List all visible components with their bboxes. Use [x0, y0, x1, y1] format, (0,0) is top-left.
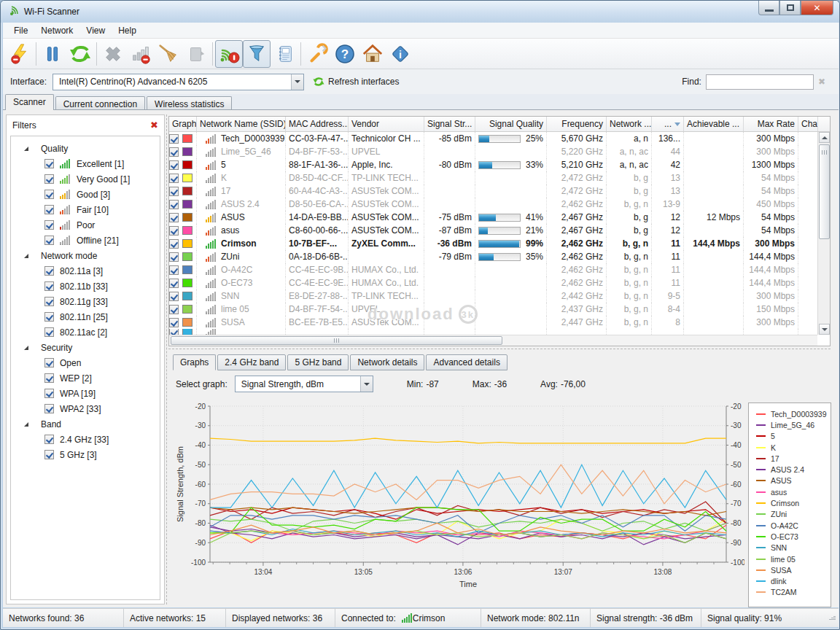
filter-item[interactable]: 802.11ac [2]	[11, 324, 160, 340]
checkbox[interactable]	[44, 220, 54, 230]
vertical-splitter[interactable]	[166, 114, 167, 604]
resize-grip[interactable]	[829, 616, 836, 620]
legend-item[interactable]: K	[756, 442, 831, 453]
menu-view[interactable]: View	[79, 23, 112, 38]
filter-item[interactable]: 5 GHz [3]	[11, 447, 160, 462]
column-header[interactable]: ...	[652, 117, 684, 131]
filter-item[interactable]: WEP [2]	[11, 370, 160, 386]
settings-button[interactable]	[303, 40, 331, 68]
help-button[interactable]: ?	[331, 40, 359, 68]
home-button[interactable]	[359, 40, 386, 68]
table-row[interactable]: 1760-A4-4C-A3-...ASUSTek COM...2,472 GHz…	[169, 184, 830, 198]
tab-5ghz-band[interactable]: 5 GHz band	[287, 354, 349, 370]
minimize-button[interactable]	[758, 1, 779, 15]
clear-button[interactable]	[155, 40, 182, 68]
filter-item[interactable]: 802.11g [33]	[11, 294, 160, 309]
filter-item[interactable]: WPA2 [33]	[11, 401, 160, 416]
checkbox[interactable]	[44, 312, 54, 322]
legend-item[interactable]: TC2AM	[756, 587, 831, 598]
legend-item[interactable]: Crimson	[756, 497, 831, 508]
checkbox[interactable]	[44, 435, 54, 444]
filter-item[interactable]: Excellent [1]	[11, 156, 160, 171]
table-row[interactable]: asusC8-60-00-66-...ASUSTek COM...-87 dBm…	[169, 224, 830, 237]
checkbox[interactable]	[44, 373, 54, 383]
checkbox[interactable]	[169, 147, 179, 157]
checkbox[interactable]	[44, 389, 54, 398]
column-header[interactable]: Graph	[169, 117, 197, 131]
clear-find-icon[interactable]: ✖	[818, 77, 825, 87]
filter-item[interactable]: WPA [19]	[11, 386, 160, 401]
checkbox[interactable]	[44, 205, 54, 214]
rescan-button[interactable]	[66, 40, 94, 68]
table-row[interactable]: O-A42CCC-4E-EC-9B...HUMAX Co., Ltd.2,462…	[169, 263, 830, 276]
expander-icon[interactable]	[24, 147, 28, 151]
column-header[interactable]: Signal Quality	[475, 117, 547, 131]
checkbox[interactable]	[44, 450, 54, 459]
tab-advanced-details[interactable]: Advanced details	[426, 354, 507, 370]
column-header[interactable]: Chann...	[798, 117, 818, 131]
table-row[interactable]	[169, 329, 830, 335]
legend-item[interactable]: SNN	[756, 542, 831, 553]
checkbox[interactable]	[169, 213, 179, 222]
table-row[interactable]: KD8-5D-4C-CF...TP-LINK TECH...2,472 GHzb…	[169, 171, 830, 184]
legend-item[interactable]: dlink	[756, 575, 831, 586]
filter-item[interactable]: 2.4 GHz [33]	[11, 432, 160, 447]
legend-item[interactable]: lime 05	[756, 553, 831, 564]
details-button[interactable]	[271, 40, 298, 68]
table-row[interactable]: 588-1F-A1-36-...Apple, Inc.-80 dBm33%5,2…	[169, 158, 830, 171]
filter-item[interactable]: Good [3]	[11, 187, 160, 202]
column-header[interactable]: MAC Address...	[286, 117, 349, 131]
checkbox[interactable]	[44, 404, 54, 413]
graph-select[interactable]: Signal Strength, dBm	[235, 376, 373, 392]
vertical-scrollbar[interactable]	[817, 132, 830, 335]
table-row[interactable]: ASUS 2.4D8-50-E6-CA-...ASUSTek COM...2,4…	[169, 198, 830, 211]
about-button[interactable]: i	[386, 40, 414, 68]
tab-wireless-statistics[interactable]: Wireless statistics	[147, 96, 232, 110]
legend-item[interactable]: SUSA	[756, 564, 831, 575]
horizontal-splitter[interactable]	[168, 349, 831, 349]
checkbox[interactable]	[169, 265, 179, 275]
checkbox[interactable]	[169, 187, 179, 196]
checkbox[interactable]	[169, 318, 179, 327]
legend-item[interactable]: O-EC73	[756, 531, 831, 542]
checkbox[interactable]	[44, 159, 54, 168]
legend-item[interactable]: 5	[756, 431, 831, 442]
filter-item[interactable]: 802.11a [3]	[11, 263, 160, 279]
checkbox[interactable]	[169, 226, 179, 236]
checkbox[interactable]	[169, 279, 179, 288]
column-header[interactable]: Frequency	[547, 117, 607, 131]
filter-button[interactable]	[243, 40, 271, 68]
legend-item[interactable]: asus	[756, 486, 831, 497]
pause-button[interactable]	[39, 40, 66, 68]
expander-icon[interactable]	[24, 254, 28, 258]
filter-item[interactable]: Open	[11, 355, 160, 370]
find-input[interactable]	[706, 74, 814, 90]
chevron-down-icon[interactable]	[360, 376, 373, 392]
checkbox[interactable]	[44, 358, 54, 368]
delete-button[interactable]	[99, 40, 127, 68]
legend-item[interactable]: ZUni	[756, 509, 831, 520]
filter-group[interactable]: Band	[11, 416, 160, 432]
checkbox[interactable]	[169, 174, 179, 183]
table-row[interactable]: SNNE8-DE-27-88-...TP-LINK TECH...2,442 G…	[169, 289, 830, 303]
filter-item[interactable]: Very Good [1]	[11, 171, 160, 187]
checkbox[interactable]	[44, 236, 54, 245]
menu-file[interactable]: File	[7, 23, 34, 38]
horizontal-scrollbar[interactable]	[169, 335, 817, 346]
table-row[interactable]: Lime_5G_46D4-BF-7F-53-...UPVEL5,220 GHza…	[169, 145, 830, 158]
filter-group[interactable]: Network mode	[11, 248, 160, 263]
close-filters-icon[interactable]: ✖	[150, 120, 158, 131]
remove-inactive-button[interactable]	[127, 40, 155, 68]
table-row[interactable]: Tech_D0003939CC-03-FA-47-...Technicolor …	[169, 132, 830, 145]
table-row[interactable]: ZUni0A-18-D6-6B-...-79 dBm35%2,462 GHzb,…	[169, 250, 830, 263]
legend-item[interactable]: ASUS	[756, 475, 831, 486]
menu-network[interactable]: Network	[34, 23, 79, 38]
menu-help[interactable]: Help	[112, 23, 143, 38]
filter-item[interactable]: Offline [21]	[11, 233, 160, 248]
table-row[interactable]: ASUS14-DA-E9-BB...ASUSTek COM...-75 dBm4…	[169, 211, 830, 224]
checkbox[interactable]	[169, 292, 179, 301]
tab-scanner[interactable]: Scanner	[5, 94, 54, 110]
stop-scan-button[interactable]	[6, 40, 34, 68]
expander-icon[interactable]	[24, 422, 28, 427]
column-header[interactable]: Max Rate	[744, 117, 798, 131]
